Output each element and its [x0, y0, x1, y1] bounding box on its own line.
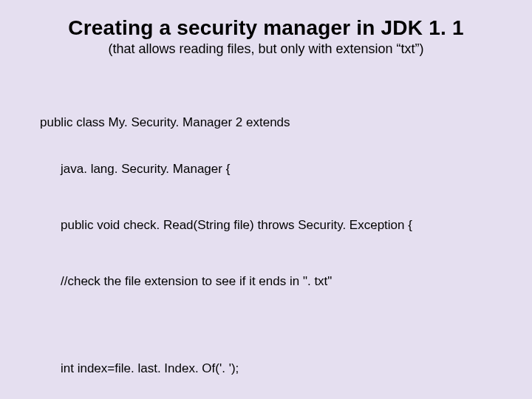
code-body: int index=file. last. Index. Of('. '); S… — [61, 330, 502, 399]
slide-title: Creating a security manager in JDK 1. 1 — [30, 16, 502, 40]
slide-subtitle: (that allows reading files, but only wit… — [30, 41, 502, 57]
code-line-class-decl: public class My. Security. Manager 2 ext… — [40, 115, 502, 131]
code-line-method-decl: public void check. Read(String file) thr… — [61, 218, 502, 233]
code-line-comment: //check the file extension to see if it … — [61, 274, 502, 290]
code-line: int index=file. last. Index. Of('. '); — [61, 361, 502, 377]
code-line-class-decl-cont: java. lang. Security. Manager { — [61, 162, 502, 177]
slide: Creating a security manager in JDK 1. 1 … — [0, 0, 532, 399]
code-block: public class My. Security. Manager 2 ext… — [30, 85, 502, 399]
